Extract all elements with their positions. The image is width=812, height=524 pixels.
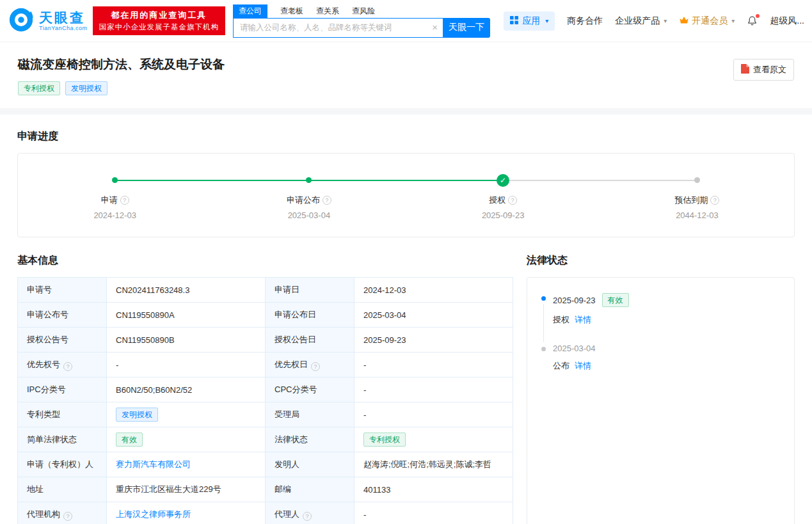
info-label-cell: 法律状态 [266,427,354,452]
progress-step: 预估到期?2044-12-03 [600,174,794,220]
search-tab[interactable]: 查关系 [316,4,339,18]
info-row: 申请公布号CN119550890A申请公布日2025-03-04 [18,303,513,328]
nav-item-cooperation[interactable]: 商务合作 [567,15,603,27]
info-label-cell: 代理机构? [18,502,107,524]
info-row: IPC分类号B60N2/50;B60N2/52CPC分类号- [18,377,513,402]
info-label-cell: 授权公告日 [266,328,354,353]
info-label-cell: 地址 [18,477,107,502]
progress-steps: 申请?2024-12-03申请公布?2025-03-04✓授权?2025-09-… [18,174,794,220]
search-input[interactable] [233,18,443,38]
info-label-cell: 申请公布日 [266,303,354,328]
info-row: 简单法律状态有效法律状态专利授权 [18,427,513,452]
info-value-cell: 赛力斯汽车有限公司 [107,452,266,477]
search-tab[interactable]: 查公司 [233,4,267,18]
patent-tags: 专利授权发明授权 [18,81,794,95]
info-value-cell: CN119550890A [107,303,266,328]
info-value-cell: B60N2/50;B60N2/52 [107,377,266,402]
step-label-text: 预估到期 [674,195,708,206]
check-icon: ✓ [497,174,509,187]
info-label-cell: IPC分类号 [18,377,107,402]
step-date: 2024-12-03 [18,210,212,220]
chevron-down-icon: ▾ [664,17,667,24]
nav-item-enterprise[interactable]: 企业级产品 ▾ [615,15,667,27]
info-value-cell: - [354,402,513,427]
legal-action-text: 公布 [553,361,569,370]
view-original-button[interactable]: 查看原文 [733,59,794,81]
info-label-cell: 申请日 [266,278,354,303]
step-dot [694,177,700,183]
info-value-cell: 赵海涛;倪旺;何浩;韩远灵;陈诚;李哲 [354,452,513,477]
info-value-cell: CN119550890B [107,328,266,353]
apps-menu[interactable]: 应用 ▾ [504,12,555,31]
help-icon[interactable]: ? [63,362,72,371]
help-icon[interactable]: ? [311,362,320,371]
progress-timeline: 申请?2024-12-03申请公布?2025-03-04✓授权?2025-09-… [17,153,795,237]
legal-status-item: 2025-03-04公布详情 [540,344,781,390]
tianyancha-logo-icon [8,6,35,35]
legal-date: 2025-03-04 [553,344,596,353]
patent-header-card: 磁流变座椅控制方法、系统及电子设备 专利授权发明授权 查看原文 [0,42,812,108]
step-label-text: 申请公布 [287,195,320,206]
search-clear-icon[interactable]: × [432,22,438,32]
legal-status-item: 2025-09-23有效授权详情 [540,293,781,344]
basic-info-section: 基本信息 申请号CN202411763248.3申请日2024-12-03申请公… [17,254,513,524]
info-label-cell: 授权公告号 [18,328,107,353]
info-label-cell: 专利类型 [18,402,107,427]
page-title: 磁流变座椅控制方法、系统及电子设备 [18,56,794,73]
help-icon[interactable]: ? [508,196,517,205]
crown-icon [679,16,689,26]
type-tag: 发明授权 [116,408,158,422]
legal-action-text: 授权 [553,315,569,324]
progress-heading: 申请进度 [17,130,795,143]
info-value-cell: 2024-12-03 [354,278,513,303]
section-divider [0,108,812,115]
info-value-cell: - [354,377,513,402]
info-row: 专利类型发明授权受理局- [18,402,513,427]
legal-status-card: 2025-09-23有效授权详情2025-03-04公布详情 [527,277,795,524]
brand-domain: TianYanCha.com [39,25,88,31]
promo-banner-line2: 国家中小企业发展子基金旗下机构 [99,22,219,33]
help-icon[interactable]: ? [120,196,129,205]
tianyancha-logo[interactable]: 天眼查 TianYanCha.com [8,6,88,35]
search-tab[interactable]: 查老板 [280,4,303,18]
info-label-cell: CPC分类号 [266,377,354,402]
step-label-text: 授权 [489,195,506,206]
basic-info-heading: 基本信息 [17,254,513,267]
step-label-text: 申请 [101,195,118,206]
step-dot [306,177,312,183]
info-value-cell: 上海汉之律师事务所 [107,502,266,524]
info-value-cell: 重庆市江北区福生大道229号 [107,477,266,502]
search-tab[interactable]: 查风险 [352,4,375,18]
nav-item-super-risk[interactable]: 超级风... [770,15,804,27]
help-icon[interactable]: ? [322,196,331,205]
status-tag: 有效 [116,433,143,447]
entity-link[interactable]: 赛力斯汽车有限公司 [116,459,191,469]
info-row: 申请号CN202411763248.3申请日2024-12-03 [18,278,513,303]
notification-bell-icon[interactable] [747,15,758,26]
help-icon[interactable]: ? [63,512,72,521]
entity-link[interactable]: 上海汉之律师事务所 [116,509,191,519]
brand-name: 天眼查 [39,10,88,25]
detail-link[interactable]: 详情 [575,315,591,324]
info-label-cell: 邮编 [266,477,354,502]
search-button[interactable]: 天眼一下 [443,18,490,38]
info-value-cell: - [354,353,513,377]
help-icon[interactable]: ? [303,512,312,521]
chevron-down-icon: ▾ [731,17,735,24]
help-icon[interactable]: ? [710,196,719,205]
main-content: 申请进度 申请?2024-12-03申请公布?2025-03-04✓授权?202… [0,115,812,524]
info-label-cell: 申请号 [18,278,107,303]
info-label-cell: 代理人? [266,502,354,524]
info-label-cell: 优先权日? [266,353,354,377]
info-row: 授权公告号CN119550890B授权公告日2025-09-23 [18,328,513,353]
chevron-down-icon: ▾ [545,17,548,24]
info-row: 优先权号?-优先权日?- [18,353,513,377]
promo-banner-line1: 都在用的商业查询工具 [99,9,219,22]
detail-link[interactable]: 详情 [575,361,591,370]
header-nav: 应用 ▾ 商务合作 企业级产品 ▾ 开通会员 ▾ 超级风... [504,12,804,31]
info-value-cell: 2025-09-23 [354,328,513,353]
step-date: 2044-12-03 [600,210,794,220]
topbar: 天眼查 TianYanCha.com 都在用的商业查询工具 国家中小企业发展子基… [0,0,812,42]
nav-item-vip[interactable]: 开通会员 ▾ [679,15,735,27]
legal-status-section: 法律状态 2025-09-23有效授权详情2025-03-04公布详情 [527,254,795,524]
